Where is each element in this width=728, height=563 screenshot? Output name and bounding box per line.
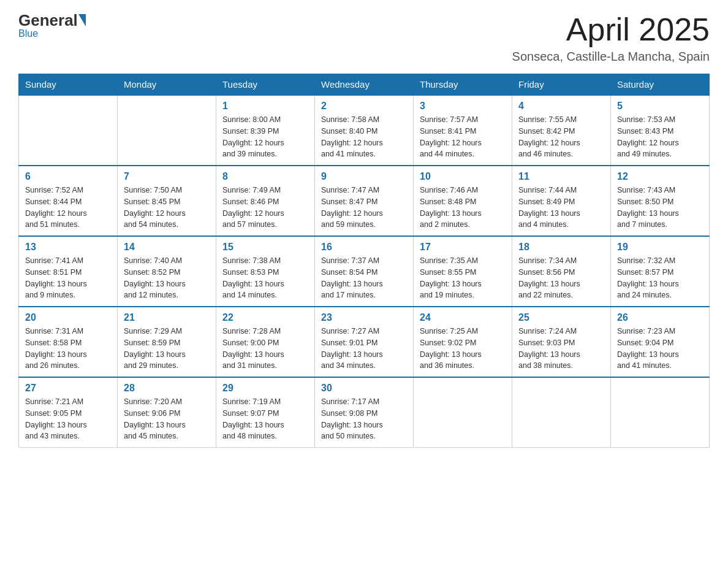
day-number: 22 (222, 312, 308, 323)
week-row-3: 13Sunrise: 7:41 AM Sunset: 8:51 PM Dayli… (19, 236, 710, 307)
calendar-cell: 27Sunrise: 7:21 AM Sunset: 9:05 PM Dayli… (19, 377, 118, 448)
day-number: 18 (518, 242, 604, 253)
calendar-cell: 22Sunrise: 7:28 AM Sunset: 9:00 PM Dayli… (216, 307, 315, 377)
calendar-cell: 6Sunrise: 7:52 AM Sunset: 8:44 PM Daylig… (19, 166, 118, 236)
calendar-cell (512, 377, 611, 448)
day-header-wednesday: Wednesday (315, 74, 414, 96)
day-info: Sunrise: 7:40 AM Sunset: 8:52 PM Dayligh… (124, 255, 210, 301)
calendar-cell: 12Sunrise: 7:43 AM Sunset: 8:50 PM Dayli… (611, 166, 710, 236)
calendar-cell (414, 377, 512, 448)
day-info: Sunrise: 7:49 AM Sunset: 8:46 PM Dayligh… (222, 185, 308, 231)
calendar-cell: 14Sunrise: 7:40 AM Sunset: 8:52 PM Dayli… (118, 236, 216, 307)
day-number: 2 (321, 101, 407, 112)
day-number: 14 (124, 242, 210, 253)
day-info: Sunrise: 7:29 AM Sunset: 8:59 PM Dayligh… (124, 326, 210, 372)
day-info: Sunrise: 7:53 AM Sunset: 8:43 PM Dayligh… (617, 114, 703, 160)
calendar-cell: 5Sunrise: 7:53 AM Sunset: 8:43 PM Daylig… (611, 95, 710, 166)
calendar-cell: 18Sunrise: 7:34 AM Sunset: 8:56 PM Dayli… (512, 236, 611, 307)
day-number: 13 (25, 242, 111, 253)
calendar-cell: 7Sunrise: 7:50 AM Sunset: 8:45 PM Daylig… (118, 166, 216, 236)
day-header-thursday: Thursday (414, 74, 512, 96)
calendar-cell: 2Sunrise: 7:58 AM Sunset: 8:40 PM Daylig… (315, 95, 414, 166)
calendar-cell: 15Sunrise: 7:38 AM Sunset: 8:53 PM Dayli… (216, 236, 315, 307)
day-number: 30 (321, 383, 407, 394)
logo: General Blue (18, 12, 86, 39)
logo-blue-text: Blue (18, 28, 38, 39)
calendar-cell: 10Sunrise: 7:46 AM Sunset: 8:48 PM Dayli… (414, 166, 512, 236)
calendar-cell: 17Sunrise: 7:35 AM Sunset: 8:55 PM Dayli… (414, 236, 512, 307)
day-number: 20 (25, 312, 111, 323)
week-row-1: 1Sunrise: 8:00 AM Sunset: 8:39 PM Daylig… (19, 95, 710, 166)
day-info: Sunrise: 8:00 AM Sunset: 8:39 PM Dayligh… (222, 114, 308, 160)
calendar-cell (118, 95, 216, 166)
day-header-tuesday: Tuesday (216, 74, 315, 96)
calendar-cell: 26Sunrise: 7:23 AM Sunset: 9:04 PM Dayli… (611, 307, 710, 377)
title-area: April 2025 Sonseca, Castille-La Mancha, … (512, 12, 710, 64)
week-row-5: 27Sunrise: 7:21 AM Sunset: 9:05 PM Dayli… (19, 377, 710, 448)
day-info: Sunrise: 7:43 AM Sunset: 8:50 PM Dayligh… (617, 185, 703, 231)
day-number: 25 (518, 312, 604, 323)
calendar-cell: 20Sunrise: 7:31 AM Sunset: 8:58 PM Dayli… (19, 307, 118, 377)
day-number: 21 (124, 312, 210, 323)
day-number: 28 (124, 383, 210, 394)
day-number: 12 (617, 171, 703, 182)
calendar-cell: 1Sunrise: 8:00 AM Sunset: 8:39 PM Daylig… (216, 95, 315, 166)
day-info: Sunrise: 7:34 AM Sunset: 8:56 PM Dayligh… (518, 255, 604, 301)
day-info: Sunrise: 7:31 AM Sunset: 8:58 PM Dayligh… (25, 326, 111, 372)
calendar-cell: 16Sunrise: 7:37 AM Sunset: 8:54 PM Dayli… (315, 236, 414, 307)
day-number: 26 (617, 312, 703, 323)
page-header: General Blue April 2025 Sonseca, Castill… (18, 12, 710, 64)
week-row-4: 20Sunrise: 7:31 AM Sunset: 8:58 PM Dayli… (19, 307, 710, 377)
day-info: Sunrise: 7:25 AM Sunset: 9:02 PM Dayligh… (420, 326, 506, 372)
day-number: 19 (617, 242, 703, 253)
day-info: Sunrise: 7:17 AM Sunset: 9:08 PM Dayligh… (321, 396, 407, 442)
day-number: 15 (222, 242, 308, 253)
calendar-cell: 24Sunrise: 7:25 AM Sunset: 9:02 PM Dayli… (414, 307, 512, 377)
day-number: 5 (617, 101, 703, 112)
day-number: 16 (321, 242, 407, 253)
calendar-cell: 28Sunrise: 7:20 AM Sunset: 9:06 PM Dayli… (118, 377, 216, 448)
day-info: Sunrise: 7:44 AM Sunset: 8:49 PM Dayligh… (518, 185, 604, 231)
calendar-cell: 9Sunrise: 7:47 AM Sunset: 8:47 PM Daylig… (315, 166, 414, 236)
day-header-friday: Friday (512, 74, 611, 96)
day-number: 27 (25, 383, 111, 394)
day-info: Sunrise: 7:52 AM Sunset: 8:44 PM Dayligh… (25, 185, 111, 231)
day-number: 4 (518, 101, 604, 112)
day-number: 17 (420, 242, 506, 253)
calendar-cell: 19Sunrise: 7:32 AM Sunset: 8:57 PM Dayli… (611, 236, 710, 307)
day-number: 11 (518, 171, 604, 182)
day-number: 7 (124, 171, 210, 182)
calendar-cell: 23Sunrise: 7:27 AM Sunset: 9:01 PM Dayli… (315, 307, 414, 377)
day-info: Sunrise: 7:57 AM Sunset: 8:41 PM Dayligh… (420, 114, 506, 160)
calendar-cell: 25Sunrise: 7:24 AM Sunset: 9:03 PM Dayli… (512, 307, 611, 377)
day-number: 10 (420, 171, 506, 182)
week-row-2: 6Sunrise: 7:52 AM Sunset: 8:44 PM Daylig… (19, 166, 710, 236)
calendar-header-row: SundayMondayTuesdayWednesdayThursdayFrid… (19, 74, 710, 96)
day-info: Sunrise: 7:28 AM Sunset: 9:00 PM Dayligh… (222, 326, 308, 372)
day-number: 3 (420, 101, 506, 112)
day-info: Sunrise: 7:35 AM Sunset: 8:55 PM Dayligh… (420, 255, 506, 301)
calendar-cell: 8Sunrise: 7:49 AM Sunset: 8:46 PM Daylig… (216, 166, 315, 236)
calendar-cell: 21Sunrise: 7:29 AM Sunset: 8:59 PM Dayli… (118, 307, 216, 377)
logo-triangle-icon (78, 14, 86, 26)
calendar-cell: 3Sunrise: 7:57 AM Sunset: 8:41 PM Daylig… (414, 95, 512, 166)
month-title: April 2025 (512, 12, 710, 47)
day-info: Sunrise: 7:19 AM Sunset: 9:07 PM Dayligh… (222, 396, 308, 442)
day-info: Sunrise: 7:37 AM Sunset: 8:54 PM Dayligh… (321, 255, 407, 301)
calendar-cell: 4Sunrise: 7:55 AM Sunset: 8:42 PM Daylig… (512, 95, 611, 166)
day-info: Sunrise: 7:21 AM Sunset: 9:05 PM Dayligh… (25, 396, 111, 442)
day-info: Sunrise: 7:23 AM Sunset: 9:04 PM Dayligh… (617, 326, 703, 372)
day-number: 1 (222, 101, 308, 112)
day-number: 9 (321, 171, 407, 182)
day-number: 8 (222, 171, 308, 182)
calendar-cell: 13Sunrise: 7:41 AM Sunset: 8:51 PM Dayli… (19, 236, 118, 307)
day-info: Sunrise: 7:24 AM Sunset: 9:03 PM Dayligh… (518, 326, 604, 372)
day-header-sunday: Sunday (19, 74, 118, 96)
day-info: Sunrise: 7:47 AM Sunset: 8:47 PM Dayligh… (321, 185, 407, 231)
location-title: Sonseca, Castille-La Mancha, Spain (512, 50, 710, 64)
calendar-cell (611, 377, 710, 448)
calendar-cell: 29Sunrise: 7:19 AM Sunset: 9:07 PM Dayli… (216, 377, 315, 448)
day-info: Sunrise: 7:41 AM Sunset: 8:51 PM Dayligh… (25, 255, 111, 301)
day-info: Sunrise: 7:27 AM Sunset: 9:01 PM Dayligh… (321, 326, 407, 372)
day-number: 24 (420, 312, 506, 323)
